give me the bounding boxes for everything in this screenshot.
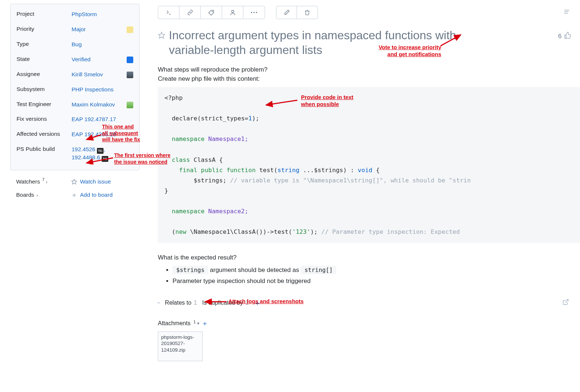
field-subsystem[interactable]: Subsystem PHP Inspections xyxy=(17,86,133,94)
toolbar-group-1 xyxy=(158,6,265,19)
issue-fields-sidebar: Project PhpStorm Priority Major Type Bug… xyxy=(0,0,139,392)
issue-description: What steps will reproduce the problem? C… xyxy=(158,65,580,243)
add-attachment-button[interactable]: ＋ xyxy=(202,319,208,328)
field-label: Type xyxy=(17,41,72,47)
field-value[interactable]: EAP 192.4205.18 xyxy=(72,131,116,138)
fields-panel: Project PhpStorm Priority Major Type Bug… xyxy=(10,4,139,170)
boards-row: Boards › ＋ Add to board xyxy=(16,192,134,198)
open-in-new-icon[interactable] xyxy=(562,299,569,307)
field-value[interactable]: Maxim Kolmakov xyxy=(72,101,115,109)
field-assignee[interactable]: Assignee Kirill Smelov xyxy=(17,71,133,79)
field-label: Priority xyxy=(17,26,72,32)
field-label: Fix versions xyxy=(17,116,72,122)
field-priority[interactable]: Priority Major xyxy=(17,26,133,33)
more-actions-button[interactable] xyxy=(243,6,265,19)
plus-icon: ＋ xyxy=(71,192,77,198)
svg-marker-10 xyxy=(159,32,165,39)
tag-button[interactable] xyxy=(201,6,222,19)
relations-row: › Relates to 1 Is duplicated by 1 ＋ xyxy=(158,298,580,308)
field-project[interactable]: Project PhpStorm xyxy=(17,11,133,18)
field-label: Assignee xyxy=(17,71,72,77)
field-value[interactable]: 192.4526 TC, 192.4488.6 TC xyxy=(72,146,108,162)
chevron-right-icon: › xyxy=(36,192,38,198)
field-label: Test Engineer xyxy=(17,101,72,108)
svg-marker-0 xyxy=(72,179,76,184)
thumbs-up-icon xyxy=(564,32,571,41)
star-icon xyxy=(71,179,77,185)
issue-main: Incorrect argument types in namespaced f… xyxy=(139,0,580,392)
view-options-button[interactable] xyxy=(563,8,570,17)
add-to-board-button[interactable]: ＋ Add to board xyxy=(71,192,113,198)
dropdown-icon[interactable]: ▾ xyxy=(197,321,199,326)
field-value[interactable]: Verified xyxy=(72,56,91,63)
delete-button[interactable] xyxy=(297,6,318,19)
chevron-right-icon[interactable]: › xyxy=(156,302,162,304)
attachment-card[interactable]: phpstorm-logs-20190527-124109.zip xyxy=(158,331,203,361)
attachments-header: Attachments 1 ▾ ＋ xyxy=(158,319,580,328)
field-value[interactable]: Bug xyxy=(72,41,82,48)
description-line: What steps will reproduce the problem? xyxy=(158,65,580,75)
field-state[interactable]: State Verified xyxy=(17,56,133,63)
field-affected-versions[interactable]: Affected versions EAP 192.4205.18 xyxy=(17,131,133,138)
expected-result: What is the expected result? $strings ar… xyxy=(158,254,580,285)
attachment-filename: phpstorm-logs-20190527-124109.zip xyxy=(161,334,194,353)
field-label: Project xyxy=(17,11,72,17)
svg-line-11 xyxy=(565,300,568,303)
priority-swatch-icon xyxy=(127,26,133,33)
vote-button[interactable]: 6 xyxy=(558,32,571,41)
field-label: Affected versions xyxy=(17,131,72,137)
title-row: Incorrect argument types in namespaced f… xyxy=(158,28,580,57)
avatar-icon xyxy=(127,102,133,108)
field-test-engineer[interactable]: Test Engineer Maxim Kolmakov xyxy=(17,101,133,109)
issue-title: Incorrect argument types in namespaced f… xyxy=(169,28,474,57)
chevron-right-icon: › xyxy=(46,179,47,185)
boards-label[interactable]: Boards › xyxy=(16,192,71,198)
svg-point-3 xyxy=(232,10,234,12)
field-fix-versions[interactable]: Fix versions EAP 192.4787.17 xyxy=(17,116,133,123)
description-line: Create new php file with this content: xyxy=(158,75,580,84)
field-label: PS Public build xyxy=(17,146,72,152)
teamcity-badge-icon: TC xyxy=(97,148,104,154)
field-ps-public-build[interactable]: PS Public build 192.4526 TC, 192.4488.6 … xyxy=(17,146,133,162)
star-icon[interactable] xyxy=(158,32,165,39)
svg-point-5 xyxy=(253,12,254,13)
field-value[interactable]: Major xyxy=(72,26,86,33)
issue-toolbar xyxy=(158,6,580,19)
vote-count: 6 xyxy=(558,33,562,40)
field-label: State xyxy=(17,56,72,62)
teamcity-badge-icon: TC xyxy=(102,156,108,162)
watchers-label[interactable]: Watchers7 › xyxy=(16,178,71,185)
svg-point-4 xyxy=(251,12,252,13)
state-swatch-icon xyxy=(127,57,133,63)
field-value[interactable]: PhpStorm xyxy=(72,11,97,18)
svg-point-6 xyxy=(256,12,257,13)
link-button[interactable] xyxy=(180,6,201,19)
expected-item: Parameter type inspection should not be … xyxy=(173,277,580,285)
field-value[interactable]: EAP 192.4787.17 xyxy=(72,116,116,123)
edit-button[interactable] xyxy=(276,6,297,19)
watch-issue-button[interactable]: Watch issue xyxy=(71,178,111,185)
relates-to-link[interactable]: Relates to 1 xyxy=(165,300,197,306)
field-label: Subsystem xyxy=(17,86,72,92)
command-dialog-button[interactable] xyxy=(158,6,180,19)
expected-title: What is the expected result? xyxy=(158,254,580,261)
code-block: <?php declare(strict_types=1); namespace… xyxy=(158,87,580,243)
assignee-button[interactable] xyxy=(222,6,243,19)
avatar-icon xyxy=(127,72,133,78)
field-type[interactable]: Type Bug xyxy=(17,41,133,48)
svg-point-2 xyxy=(212,11,213,12)
expected-item: $strings argument should be detected as … xyxy=(173,266,580,274)
field-value[interactable]: PHP Inspections xyxy=(72,86,113,94)
watchers-row: Watchers7 › Watch issue xyxy=(16,178,134,185)
duplicated-by-link[interactable]: Is duplicated by 1 xyxy=(202,300,249,306)
toolbar-group-2 xyxy=(276,6,318,19)
add-relation-button[interactable]: ＋ xyxy=(254,298,261,308)
field-value[interactable]: Kirill Smelov xyxy=(72,71,103,79)
